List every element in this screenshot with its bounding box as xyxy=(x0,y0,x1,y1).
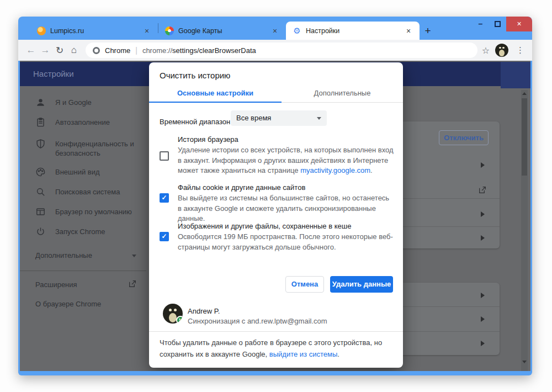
dialog-title: Очистить историю xyxy=(160,71,230,80)
home-icon[interactable]: ⌂ xyxy=(67,45,81,56)
account-avatar: ↻ xyxy=(163,304,183,324)
chevron-down-icon xyxy=(132,255,136,257)
avatar-owl-belly xyxy=(169,313,177,322)
disable-sync-button[interactable]: Отключить xyxy=(439,130,489,145)
tab-title: Настройки xyxy=(306,27,400,35)
reload-icon[interactable]: ↻ xyxy=(52,45,67,56)
gear-favicon-icon: ⚙ xyxy=(293,27,301,35)
chevron-down-icon xyxy=(317,117,321,120)
scrollbar-thumb[interactable] xyxy=(522,98,527,176)
avatar-owl-eye xyxy=(502,47,504,49)
url-scheme: chrome:// xyxy=(142,46,172,55)
url-separator: | xyxy=(135,46,137,55)
row-description: Вы выйдете из системы на большинстве сай… xyxy=(178,193,395,224)
time-range-select[interactable]: Все время xyxy=(231,110,327,126)
tab-advanced[interactable]: Дополнительные xyxy=(282,84,403,103)
sidebar-advanced[interactable]: Дополнительные xyxy=(35,251,92,259)
chevron-right-icon[interactable] xyxy=(481,341,485,346)
sidebar-item-search-engine[interactable]: Поисковая система xyxy=(35,187,150,198)
sidebar-divider xyxy=(20,271,146,271)
dialog-divider xyxy=(149,331,403,332)
myactivity-link[interactable]: myactivity.google.com xyxy=(300,166,370,174)
lumpics-favicon-icon xyxy=(37,27,46,35)
maximize-icon xyxy=(495,21,501,27)
tab-title: Lumpics.ru xyxy=(50,27,138,35)
bookmark-star-icon[interactable]: ☆ xyxy=(482,45,490,56)
delete-data-button[interactable]: Удалить данные xyxy=(330,276,393,293)
person-icon xyxy=(35,97,46,108)
row-title: Изображения и другие файлы, сохраненные … xyxy=(178,221,395,231)
time-range-value: Все время xyxy=(236,114,271,122)
row-browsing-history: История браузера Удаление истории со все… xyxy=(160,135,392,176)
avatar-owl-eye xyxy=(174,309,177,311)
chevron-right-icon[interactable] xyxy=(481,293,485,298)
tab-google-maps[interactable]: Google Карты × xyxy=(158,22,286,40)
clear-browsing-data-dialog: Очистить историю Основные настройки Допо… xyxy=(149,62,403,368)
dialog-footer: Чтобы удалить данные о работе в браузере… xyxy=(160,337,395,360)
sidebar-about-chrome[interactable]: О браузере Chrome xyxy=(35,300,101,308)
chrome-menu-icon[interactable]: ⋮ xyxy=(514,45,527,55)
browser-window: Lumpics.ru × Google Карты × ⚙ Настройки … xyxy=(18,17,532,375)
back-icon[interactable]: ← xyxy=(24,45,38,56)
row-description: Освободится 199 МБ пространства. После э… xyxy=(178,232,395,252)
cached-files-checkbox[interactable]: ✓ xyxy=(160,232,169,241)
tab-basic[interactable]: Основные настройки xyxy=(149,84,282,103)
forward-icon[interactable]: → xyxy=(38,45,52,56)
active-tab-underline xyxy=(149,102,282,103)
tab-title: Google Карты xyxy=(178,27,266,35)
chevron-right-icon[interactable] xyxy=(481,162,485,168)
avatar-owl-eye xyxy=(169,309,172,311)
url-path: settings/clearBrowserData xyxy=(172,46,256,55)
scroll-up-icon[interactable] xyxy=(522,92,527,95)
cancel-button[interactable]: Отмена xyxy=(285,276,324,293)
dialog-tabs: Основные настройки Дополнительные xyxy=(149,84,403,103)
sidebar-item-default-browser[interactable]: Браузер по умолчанию xyxy=(35,207,150,218)
maximize-button[interactable] xyxy=(489,21,506,27)
palette-icon xyxy=(35,167,46,178)
shield-icon xyxy=(35,139,46,150)
tab-lumpics[interactable]: Lumpics.ru × xyxy=(30,22,158,40)
sign-out-link[interactable]: выйдите из системы xyxy=(269,350,337,358)
chevron-right-icon[interactable] xyxy=(481,316,485,322)
row-title: История браузера xyxy=(178,135,395,145)
sidebar-item-autofill[interactable]: Автозаполнение xyxy=(35,118,150,128)
settings-page: Настройки Я и Google Автозаполнение Конф… xyxy=(20,61,530,371)
chrome-logo-icon xyxy=(93,47,100,54)
profile-avatar[interactable] xyxy=(495,44,508,57)
power-icon xyxy=(35,226,46,237)
row-cached-files: ✓ Изображения и другие файлы, сохраненны… xyxy=(160,221,392,252)
account-name: Andrew P. xyxy=(188,307,220,315)
scroll-down-icon[interactable] xyxy=(522,361,527,363)
sidebar-item-privacy-security[interactable]: Конфиденциальность и безопасность xyxy=(35,139,150,158)
row-title: Файлы cookie и другие данные сайтов xyxy=(178,183,395,193)
external-link-icon[interactable] xyxy=(478,186,487,197)
titlebar: Lumpics.ru × Google Карты × ⚙ Настройки … xyxy=(18,17,532,40)
close-window-button[interactable]: × xyxy=(506,17,532,31)
close-tab-icon[interactable]: × xyxy=(270,27,279,35)
sidebar-item-you-and-google[interactable]: Я и Google xyxy=(35,98,150,108)
close-tab-icon[interactable]: × xyxy=(404,27,413,35)
avatar-owl-eye xyxy=(499,47,501,49)
close-tab-icon[interactable]: × xyxy=(142,27,151,35)
sidebar-item-appearance[interactable]: Внешний вид xyxy=(35,167,150,178)
sync-badge-icon: ↻ xyxy=(176,316,183,324)
chevron-right-icon[interactable] xyxy=(481,211,485,217)
cookies-checkbox[interactable]: ✓ xyxy=(160,193,169,203)
account-sync-status: Синхронизация с and.rew.lptw@gmail.com xyxy=(188,317,327,325)
chevron-right-icon[interactable] xyxy=(481,235,485,241)
minimize-button[interactable]: – xyxy=(472,17,489,31)
sidebar-item-startup[interactable]: Запуск Chrome xyxy=(35,227,150,237)
page-scrollbar[interactable] xyxy=(521,90,528,371)
browsing-history-checkbox[interactable] xyxy=(160,151,169,161)
row-cookies: ✓ Файлы cookie и другие данные сайтов Вы… xyxy=(160,183,392,224)
sidebar-extensions[interactable]: Расширения xyxy=(35,280,77,289)
window-controls: – × xyxy=(472,17,532,31)
time-range-label: Временной диапазон xyxy=(160,118,230,126)
new-tab-button[interactable]: + xyxy=(420,22,436,40)
search-icon xyxy=(35,187,46,198)
maps-favicon-icon xyxy=(165,27,174,35)
tab-settings-active[interactable]: ⚙ Настройки × xyxy=(286,22,420,40)
address-bar[interactable]: Chrome | chrome:// settings/clearBrowser… xyxy=(86,43,477,58)
row-description: Удаление истории со всех устройств, на к… xyxy=(178,145,395,176)
browser-window-icon xyxy=(35,206,46,218)
